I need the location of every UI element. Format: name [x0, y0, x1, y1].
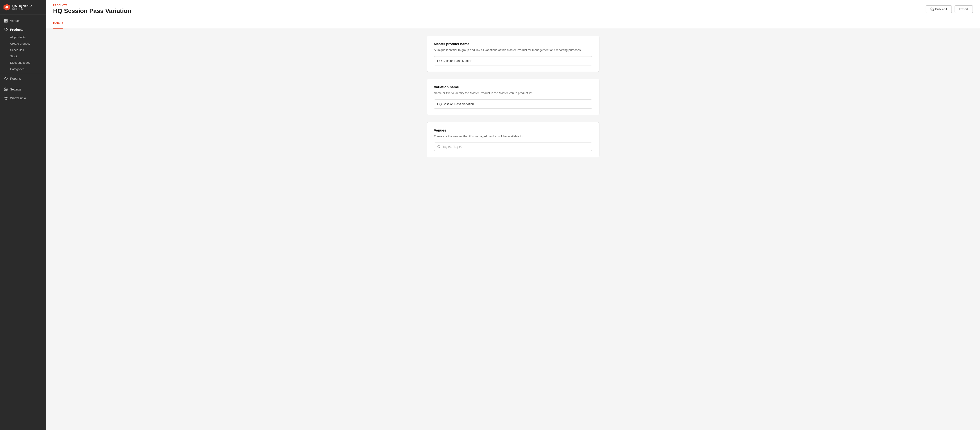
copy-icon — [931, 8, 934, 11]
nav-divider-2 — [0, 84, 46, 84]
sidebar-item-products-label: Products — [10, 28, 24, 31]
bulk-edit-button[interactable]: Bulk edit — [926, 5, 952, 13]
breadcrumb: PRODUCTS — [53, 4, 131, 6]
submenu-stock[interactable]: Stock — [10, 53, 46, 59]
variation-name-desc: Name or title to identify the Master Pro… — [434, 91, 592, 95]
svg-rect-8 — [932, 9, 934, 11]
master-product-name-section: Master product name A unique identifier … — [426, 36, 600, 72]
sidebar-item-venues[interactable]: Venues — [0, 16, 46, 25]
venues-search-wrapper[interactable] — [434, 142, 592, 151]
svg-rect-4 — [6, 21, 8, 22]
venues-section: Venues These are the venues that this ma… — [426, 122, 600, 157]
sidebar-item-whats-new-label: What's new — [10, 96, 26, 100]
sidebar-item-settings-label: Settings — [10, 88, 21, 91]
page-title: HQ Session Pass Variation — [53, 8, 131, 14]
svg-point-6 — [5, 89, 6, 90]
svg-line-10 — [439, 147, 440, 148]
chart-icon — [4, 77, 8, 81]
sidebar: QA HQ Venue ROLLER Venues Products All p… — [0, 0, 46, 430]
variation-name-input[interactable] — [434, 99, 592, 109]
variation-name-section: Variation name Name or title to identify… — [426, 79, 600, 115]
sidebar-item-reports[interactable]: Reports — [0, 74, 46, 83]
app-logo[interactable]: QA HQ Venue ROLLER — [0, 0, 46, 15]
grid-icon — [4, 19, 8, 23]
export-button[interactable]: Export — [955, 5, 973, 13]
master-product-name-title: Master product name — [434, 42, 592, 46]
submenu-discount-codes[interactable]: Discount codes — [10, 59, 46, 66]
sidebar-item-venues-label: Venues — [10, 19, 21, 22]
venues-title: Venues — [434, 128, 592, 133]
sidebar-navigation: Venues Products All products Create prod… — [0, 15, 46, 104]
variation-name-title: Variation name — [434, 85, 592, 89]
page-header: PRODUCTS HQ Session Pass Variation Bulk … — [46, 0, 980, 18]
main-content: PRODUCTS HQ Session Pass Variation Bulk … — [46, 0, 980, 430]
tab-bar: Details — [46, 18, 980, 29]
venues-search-input[interactable] — [442, 145, 589, 149]
svg-marker-0 — [5, 6, 8, 8]
logo-icon — [3, 4, 10, 11]
app-title: QA HQ Venue — [12, 4, 32, 8]
gear-icon — [4, 87, 8, 91]
submenu-categories[interactable]: Categories — [10, 66, 46, 72]
sidebar-item-products[interactable]: Products — [0, 25, 46, 34]
tag-icon — [4, 28, 8, 32]
svg-rect-2 — [6, 19, 8, 21]
tab-details[interactable]: Details — [53, 18, 63, 29]
app-subtitle: ROLLER — [12, 8, 32, 10]
sidebar-item-settings[interactable]: Settings — [0, 85, 46, 94]
submenu-schedules[interactable]: Schedules — [10, 47, 46, 53]
submenu-all-products[interactable]: All products — [10, 34, 46, 40]
nav-divider — [0, 73, 46, 74]
products-submenu: All products Create product Schedules St… — [0, 34, 46, 72]
master-product-name-desc: A unique identifier to group and link al… — [434, 48, 592, 52]
svg-marker-7 — [5, 97, 8, 100]
star-icon — [4, 96, 8, 100]
venues-desc: These are the venues that this managed p… — [434, 134, 592, 139]
sidebar-item-whats-new[interactable]: What's new — [0, 94, 46, 102]
master-product-name-input[interactable] — [434, 56, 592, 66]
content-area: Master product name A unique identifier … — [423, 36, 603, 157]
search-icon — [437, 145, 441, 149]
svg-rect-1 — [5, 19, 5, 21]
sidebar-item-reports-label: Reports — [10, 77, 21, 80]
svg-rect-3 — [5, 21, 5, 22]
header-actions: Bulk edit Export — [926, 5, 973, 13]
submenu-create-product[interactable]: Create product — [10, 40, 46, 47]
page-body: Details Master product name A unique ide… — [46, 18, 980, 430]
